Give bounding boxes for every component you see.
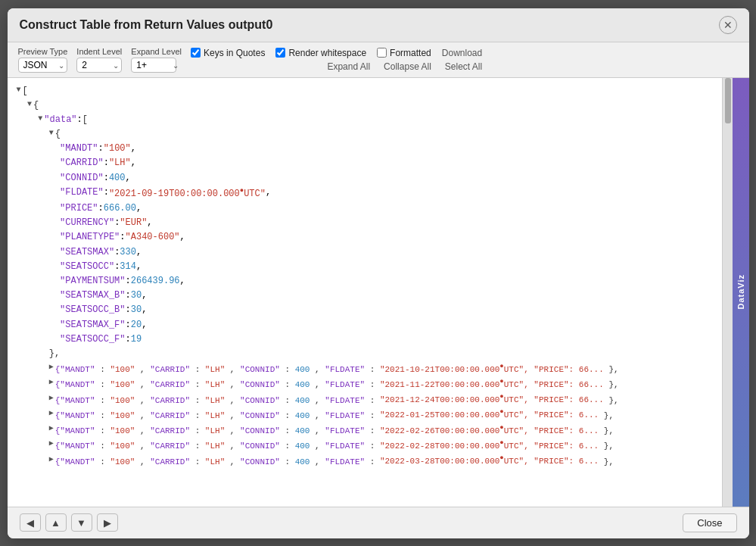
render-whitespace-checkbox[interactable] bbox=[275, 48, 285, 58]
json-key-5: "CURRENCY" bbox=[60, 216, 114, 230]
collapsed-row-2: ▶ {"MANDT" : "100" , "CARRID" : "LH" , "… bbox=[17, 392, 713, 407]
expand-level-wrapper: 1+ 2+ 3+ All ⌄ bbox=[131, 58, 182, 73]
toggle-collapsed-3[interactable]: ▶ bbox=[49, 407, 54, 420]
json-val-8: 314 bbox=[120, 260, 136, 274]
json-viewer[interactable]: ▼ [ ▼ { ▼ "data": [ ▼ { "MANDT" : "100" … bbox=[8, 78, 722, 507]
collapsed-preview-4: {"MANDT" : "100" , "CARRID" : "LH" , "CO… bbox=[55, 423, 614, 438]
json-obj-row: ▼ { bbox=[17, 98, 713, 113]
collapsed-preview-3: {"MANDT" : "100" , "CARRID" : "LH" , "CO… bbox=[55, 407, 614, 423]
keys-in-quotes-label: Keys in Quotes bbox=[204, 48, 265, 58]
scrollbar[interactable] bbox=[722, 78, 733, 507]
json-val-5: "EUR" bbox=[120, 216, 147, 230]
json-key-12: "SEATSMAX_F" bbox=[60, 318, 125, 332]
json-val-2: 400 bbox=[109, 171, 126, 186]
collapsed-row-0: ▶ {"MANDT" : "100" , "CARRID" : "LH" , "… bbox=[17, 361, 713, 376]
expand-level-field: Expand Level 1+ 2+ 3+ All ⌄ bbox=[131, 47, 182, 73]
preview-type-select[interactable]: JSON Table bbox=[18, 58, 67, 73]
keys-in-quotes-checkbox-group[interactable]: Keys in Quotes bbox=[191, 48, 265, 58]
json-val-1: "LH" bbox=[109, 156, 131, 170]
toggle-collapsed-6[interactable]: ▶ bbox=[49, 454, 54, 466]
toggle-collapsed-1[interactable]: ▶ bbox=[49, 376, 54, 388]
indent-level-field: Indent Level 1 2 3 4 ⌄ bbox=[76, 47, 122, 73]
collapsed-preview-0: {"MANDT" : "100" , "CARRID" : "LH" , "CO… bbox=[55, 361, 619, 376]
json-key-0: "MANDT" bbox=[60, 142, 98, 156]
json-root-row: ▼ [ bbox=[17, 84, 713, 98]
json-kv-row: "MANDT" : "100" , bbox=[17, 142, 713, 156]
json-kv-row: "SEATSOCC" : 314 , bbox=[17, 260, 713, 274]
toolbar-checkboxes: Keys in Quotes Render whitespace Formatt… bbox=[191, 48, 482, 58]
indent-level-select[interactable]: 1 2 3 4 bbox=[76, 58, 122, 73]
nav-up-button[interactable]: ▲ bbox=[45, 513, 67, 532]
collapsed-preview-6: {"MANDT" : "100" , "CARRID" : "LH" , "CO… bbox=[55, 454, 614, 469]
toggle-root[interactable]: ▼ bbox=[17, 84, 21, 96]
modal: Construct Table from Return Values outpu… bbox=[8, 8, 749, 538]
formatted-checkbox-group[interactable]: Formatted bbox=[377, 48, 431, 58]
toolbar: Preview Type JSON Table ⌄ Indent Level 1 bbox=[8, 42, 749, 78]
main-area: ▼ [ ▼ { ▼ "data": [ ▼ { "MANDT" : "100" … bbox=[8, 78, 749, 507]
modal-title: Construct Table from Return Values outpu… bbox=[20, 18, 273, 32]
json-key-13: "SEATSOCC_F" bbox=[60, 332, 125, 347]
json-key-6: "PLANETYPE" bbox=[60, 230, 120, 245]
modal-close-button[interactable]: ✕ bbox=[719, 16, 737, 34]
preview-type-label: Preview Type bbox=[18, 47, 68, 56]
nav-prev-prev-button[interactable]: ◀ bbox=[20, 513, 41, 532]
toggle-data[interactable]: ▼ bbox=[38, 113, 42, 125]
collapsed-row-4: ▶ {"MANDT" : "100" , "CARRID" : "LH" , "… bbox=[17, 423, 713, 438]
json-val-12: 20 bbox=[131, 318, 142, 332]
preview-type-wrapper: JSON Table ⌄ bbox=[18, 58, 68, 73]
modal-header: Construct Table from Return Values outpu… bbox=[8, 8, 749, 42]
json-val-3: "2021-09-19T00:00:00.000●UTC" bbox=[109, 186, 266, 201]
dataviz-tab[interactable]: DataViz bbox=[733, 78, 749, 507]
collapsed-row-5: ▶ {"MANDT" : "100" , "CARRID" : "LH" , "… bbox=[17, 438, 713, 453]
first-obj-bracket: { bbox=[55, 127, 61, 142]
json-val-7: 330 bbox=[120, 245, 136, 260]
json-kv-row: "SEATSOCC_F" : 19 bbox=[17, 332, 713, 347]
json-val-11: 30 bbox=[131, 303, 142, 317]
collapse-all-link[interactable]: Collapse All bbox=[384, 61, 431, 72]
json-key-4: "PRICE" bbox=[60, 201, 98, 216]
collapsed-row-6: ▶ {"MANDT" : "100" , "CARRID" : "LH" , "… bbox=[17, 454, 713, 469]
preview-type-field: Preview Type JSON Table ⌄ bbox=[18, 47, 68, 73]
collapsed-preview-5: {"MANDT" : "100" , "CARRID" : "LH" , "CO… bbox=[55, 438, 614, 453]
expand-all-link[interactable]: Expand All bbox=[327, 61, 370, 72]
json-first-obj-row: ▼ { bbox=[17, 127, 713, 142]
nav-next-button[interactable]: ▶ bbox=[97, 513, 118, 532]
json-kv-row: "CONNID" : 400 , bbox=[17, 171, 713, 186]
json-kv-row: "SEATSOCC_B" : 30 , bbox=[17, 303, 713, 317]
toggle-collapsed-2[interactable]: ▶ bbox=[49, 392, 54, 404]
expand-level-select[interactable]: 1+ 2+ 3+ All bbox=[131, 58, 176, 73]
json-kv-row: "CARRID" : "LH" , bbox=[17, 156, 713, 170]
json-kv-row: "PAYMENTSUM" : 266439.96 , bbox=[17, 274, 713, 289]
toggle-first-obj[interactable]: ▼ bbox=[49, 127, 54, 139]
json-val-10: 30 bbox=[131, 289, 142, 303]
render-whitespace-label: Render whitespace bbox=[288, 48, 366, 58]
collapsed-preview-1: {"MANDT" : "100" , "CARRID" : "LH" , "CO… bbox=[55, 376, 619, 392]
formatted-label: Formatted bbox=[390, 48, 431, 58]
json-key-7: "SEATSMAX" bbox=[60, 245, 114, 260]
expand-level-label: Expand Level bbox=[131, 47, 182, 56]
json-val-9: 266439.96 bbox=[131, 274, 180, 289]
toggle-obj[interactable]: ▼ bbox=[27, 98, 32, 111]
json-key-9: "PAYMENTSUM" bbox=[60, 274, 125, 289]
toggle-collapsed-4[interactable]: ▶ bbox=[49, 423, 54, 435]
modal-overlay: Construct Table from Return Values outpu… bbox=[0, 0, 756, 546]
modal-footer: ◀ ▲ ▼ ▶ Close bbox=[8, 507, 749, 538]
close-footer-button[interactable]: Close bbox=[683, 513, 736, 532]
nav-down-button[interactable]: ▼ bbox=[71, 513, 92, 532]
toggle-collapsed-5[interactable]: ▶ bbox=[49, 438, 54, 450]
toggle-collapsed-0[interactable]: ▶ bbox=[49, 361, 54, 373]
json-val-0: "100" bbox=[104, 142, 131, 156]
formatted-checkbox[interactable] bbox=[377, 48, 387, 58]
keys-in-quotes-checkbox[interactable] bbox=[191, 48, 201, 58]
json-kv-row: "FLDATE" : "2021-09-19T00:00:00.000●UTC"… bbox=[17, 186, 713, 201]
toolbar-actions: Keys in Quotes Render whitespace Formatt… bbox=[191, 48, 482, 72]
data-bracket: [ bbox=[82, 113, 88, 127]
json-kv-row: "SEATSMAX_B" : 30 , bbox=[17, 289, 713, 303]
obj-bracket: { bbox=[33, 98, 39, 113]
download-link[interactable]: Download bbox=[442, 48, 482, 58]
json-kv-row: "PRICE" : 666.00 , bbox=[17, 201, 713, 216]
render-whitespace-checkbox-group[interactable]: Render whitespace bbox=[275, 48, 366, 58]
scroll-thumb[interactable] bbox=[725, 78, 731, 123]
select-all-link[interactable]: Select All bbox=[445, 61, 482, 72]
indent-level-label: Indent Level bbox=[76, 47, 122, 56]
